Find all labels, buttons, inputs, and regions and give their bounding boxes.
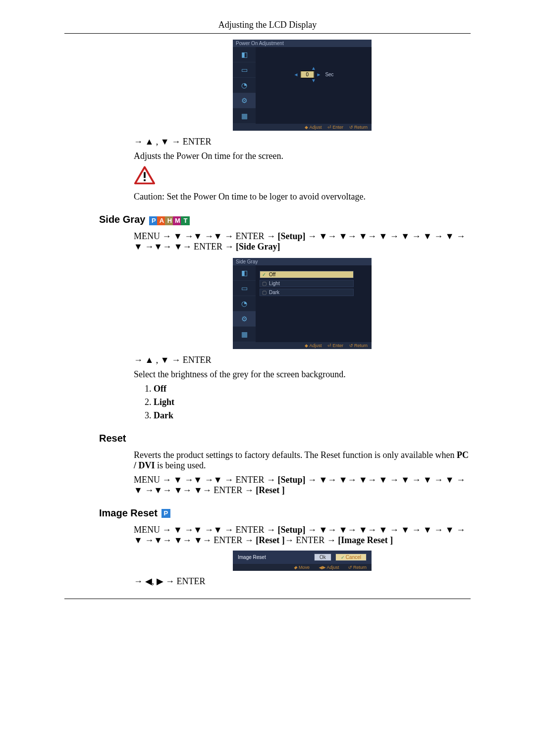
osd-sidebar: ◧ ▭ ◔ ⚙ ▦ (233, 265, 256, 342)
osd-image-reset: Image Reset Ok Cancel ◆ Move ◀▶ Adjust ↺… (233, 551, 372, 571)
tag-t: T (181, 216, 190, 225)
timer-icon: ◔ (233, 78, 256, 93)
osd-title: Power On Adjustment (233, 40, 372, 47)
picture-icon: ◧ (233, 265, 256, 281)
check-icon: ✓ (262, 272, 267, 277)
list-item: Dark (154, 410, 173, 420)
caution-text: Caution: Set the Power On time to be log… (134, 192, 471, 202)
input-icon: ▭ (233, 281, 256, 296)
sidegray-desc: Select the brightness of the grey for th… (134, 369, 471, 380)
svg-rect-1 (144, 172, 146, 178)
list-item: Light (154, 397, 174, 407)
input-icon: ▭ (233, 62, 256, 78)
sidegray-options-list: Off Light Dark (134, 384, 471, 421)
ok-button: Ok (314, 554, 331, 561)
footer-rule (64, 599, 471, 599)
gear-icon: ⚙ (233, 93, 256, 108)
nav-sequence: → ◀, ▶ → ENTER (134, 576, 471, 587)
heading-reset: Reset (99, 433, 471, 444)
list-item: Off (154, 384, 166, 394)
osd-footer: ◆Adjust ⏎Enter ↺Return (233, 124, 372, 131)
multi-icon: ▦ (233, 108, 256, 124)
gear-icon: ⚙ (233, 311, 256, 327)
poweron-desc: Adjusts the Power On time for the screen… (134, 151, 471, 161)
chevron-down-icon: ▼ (293, 78, 333, 83)
reset-path: MENU → ▼ →▼ →▼ → ENTER → [Setup] → ▼→ ▼→… (134, 475, 471, 496)
heading-side-gray: Side Gray PAHMT (99, 214, 471, 225)
svg-rect-2 (144, 179, 146, 181)
picture-icon: ◧ (233, 47, 256, 62)
option-off: ✓Off (260, 271, 354, 278)
stepper: ▲ ◄ 0 ► Sec ▼ (293, 66, 333, 83)
imagereset-path: MENU → ▼ →▼ →▼ → ENTER → [Setup] → ▼→ ▼→… (134, 525, 471, 546)
chevron-left-icon: ◄ (293, 72, 298, 77)
osd-footer: ◆Adjust ⏎Enter ↺Return (233, 342, 372, 349)
sidegray-path: MENU → ▼ →▼ →▼ → ENTER → [Setup] → ▼→ ▼→… (134, 231, 471, 252)
reset-desc: Reverts the product settings to factory … (134, 450, 471, 471)
osd-power-on: Power On Adjustment ◧ ▭ ◔ ⚙ ▦ ▲ ◄ (233, 40, 372, 131)
page-header: Adjusting the LCD Display (64, 20, 471, 30)
nav-sequence: → ▲ , ▼ → ENTER (134, 355, 471, 365)
osd-side-gray: Side Gray ◧ ▭ ◔ ⚙ ▦ ✓Off ▢Light ▢Dark (233, 258, 372, 349)
chevron-up-icon: ▲ (293, 66, 333, 71)
osd-sidebar: ◧ ▭ ◔ ⚙ ▦ (233, 47, 256, 124)
osd-footer: ◆ Move ◀▶ Adjust ↺ Return (233, 564, 372, 571)
nav-sequence: → ▲ , ▼ → ENTER (134, 137, 471, 147)
chevron-right-icon: ► (316, 72, 321, 77)
heading-image-reset: Image Reset P (99, 507, 471, 519)
timer-icon: ◔ (233, 296, 256, 311)
tag-p: P (161, 509, 170, 518)
option-dark: ▢Dark (260, 289, 354, 296)
caution-icon (134, 165, 156, 188)
box-icon: ▢ (262, 290, 267, 295)
header-rule (64, 33, 471, 34)
osd-title: Image Reset (238, 554, 266, 560)
option-light: ▢Light (260, 280, 354, 287)
stepper-unit: Sec (325, 72, 333, 77)
osd-title: Side Gray (233, 258, 372, 265)
stepper-value: 0 (300, 71, 314, 78)
box-icon: ▢ (262, 281, 267, 286)
cancel-button: Cancel (335, 554, 367, 561)
multi-icon: ▦ (233, 327, 256, 342)
